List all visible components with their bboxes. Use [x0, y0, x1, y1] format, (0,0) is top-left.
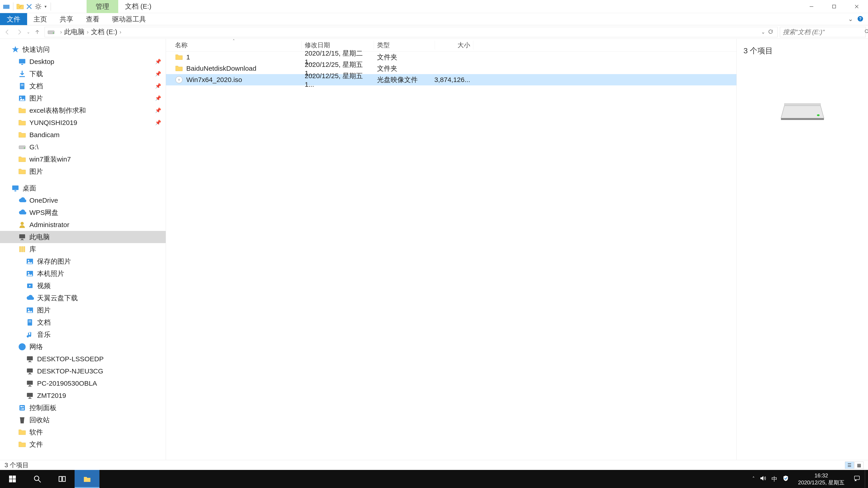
tree-item-network-pc[interactable]: PC-20190530OBLA	[0, 377, 166, 390]
chevron-right-icon[interactable]: ›	[60, 29, 62, 35]
tree-quick-access[interactable]: 快速访问	[0, 43, 166, 56]
tree-item-tianyi-cloud[interactable]: 天翼云盘下载	[0, 292, 166, 304]
tree-item-onedrive[interactable]: OneDrive	[0, 194, 166, 206]
address-bar[interactable]: › 此电脑 › 文档 (E:) › ⌄	[44, 27, 778, 37]
task-view-button[interactable]	[50, 470, 74, 488]
breadcrumb-drive-e[interactable]: 文档 (E:)	[91, 27, 117, 37]
tree-item-recycle-bin[interactable]: 回收站	[0, 414, 166, 426]
tree-desktop-root[interactable]: 桌面	[0, 182, 166, 194]
qat-close-icon[interactable]	[25, 2, 33, 11]
tree-label: Desktop	[29, 58, 54, 66]
navigation-tree[interactable]: 快速访问 Desktop📌 下载📌 文档📌 图片📌 excel表格制作求和📌 Y…	[0, 39, 166, 460]
breadcrumb-this-pc[interactable]: 此电脑	[64, 27, 85, 37]
file-row[interactable]: BaiduNetdiskDownload 2020/12/25, 星期五 1..…	[166, 63, 737, 74]
tree-item-pictures[interactable]: 图片📌	[0, 92, 166, 104]
ribbon-tab-drive-tools[interactable]: 驱动器工具	[106, 13, 152, 25]
tree-item-this-pc[interactable]: 此电脑	[0, 231, 166, 243]
tree-item-pictures-2[interactable]: 图片	[0, 165, 166, 177]
ribbon-tab-view[interactable]: 查看	[80, 13, 106, 25]
show-desktop-button[interactable]	[865, 470, 868, 488]
taskbar-search-button[interactable]	[25, 470, 50, 488]
tree-item-desktop[interactable]: Desktop📌	[0, 56, 166, 68]
tree-item-bandicam[interactable]: Bandicam	[0, 129, 166, 141]
tree-item-network-pc[interactable]: DESKTOP-LSSOEDP	[0, 353, 166, 365]
nav-up-button[interactable]	[32, 27, 42, 37]
svg-rect-42	[855, 476, 860, 480]
tree-item-network[interactable]: 网络	[0, 341, 166, 353]
close-button[interactable]	[845, 0, 868, 13]
maximize-button[interactable]	[823, 0, 845, 13]
nav-history-dropdown-icon[interactable]: ⌄	[27, 30, 30, 35]
tree-item-downloads[interactable]: 下载📌	[0, 68, 166, 80]
action-center-icon[interactable]	[854, 475, 860, 483]
search-input[interactable]	[783, 29, 864, 36]
tree-item-win7-reinstall[interactable]: win7重装win7	[0, 153, 166, 165]
qat-folder-check-icon[interactable]	[16, 2, 24, 11]
clock-time: 16:32	[798, 472, 844, 479]
tree-item-saved-pictures[interactable]: 保存的图片	[0, 255, 166, 267]
ribbon-tab-share[interactable]: 共享	[53, 13, 80, 25]
start-button[interactable]	[0, 470, 25, 488]
taskbar-file-explorer[interactable]	[74, 470, 99, 488]
search-icon[interactable]	[864, 29, 868, 35]
search-box[interactable]	[780, 27, 866, 37]
ime-indicator[interactable]: 中	[772, 475, 777, 483]
tree-item-documents-lib[interactable]: 文档	[0, 316, 166, 328]
tree-label: 视频	[37, 281, 51, 291]
tree-item-local-photos[interactable]: 本机照片	[0, 267, 166, 280]
refresh-icon[interactable]	[768, 28, 773, 36]
cpanel-icon	[18, 404, 26, 412]
tree-item-network-pc[interactable]: DESKTOP-NJEU3CG	[0, 365, 166, 377]
tree-item-software[interactable]: 软件	[0, 426, 166, 438]
view-details-button[interactable]: ☰	[845, 462, 854, 469]
tree-item-documents[interactable]: 文档📌	[0, 80, 166, 92]
minimize-button[interactable]	[800, 0, 823, 13]
tree-label: 库	[29, 245, 36, 254]
ribbon: 文件 主页 共享 查看 驱动器工具 ⌄ ?	[0, 13, 868, 25]
disc-icon	[175, 76, 183, 84]
chevron-right-icon[interactable]: ›	[87, 29, 89, 35]
tree-item-network-pc[interactable]: ZMT2019	[0, 390, 166, 402]
tree-item-files[interactable]: 文件	[0, 438, 166, 451]
qat-dropdown-icon[interactable]: ▾	[43, 4, 48, 9]
tree-item-excel-folder[interactable]: excel表格制作求和📌	[0, 104, 166, 117]
file-row[interactable]: Win7x64_2020.iso 2020/12/25, 星期五 1... 光盘…	[166, 74, 737, 86]
help-icon[interactable]: ?	[857, 15, 864, 23]
chevron-right-icon[interactable]: ›	[120, 29, 121, 35]
tree-item-control-panel[interactable]: 控制面板	[0, 402, 166, 414]
tree-item-wps-cloud[interactable]: WPS网盘	[0, 206, 166, 219]
tree-label: 文档	[29, 82, 43, 91]
clock-date: 2020/12/25, 星期五	[798, 479, 844, 486]
qat-settings-icon[interactable]	[34, 2, 42, 11]
view-icons-button[interactable]: ▦	[855, 462, 864, 469]
tree-item-pictures-lib[interactable]: 图片	[0, 304, 166, 316]
taskbar-clock[interactable]: 16:32 2020/12/25, 星期五	[794, 472, 848, 486]
tree-item-administrator[interactable]: Administrator	[0, 219, 166, 231]
tree-item-yunqishi[interactable]: YUNQISHI2019📌	[0, 117, 166, 129]
tree-item-drive-g[interactable]: G:\	[0, 141, 166, 153]
nav-back-button[interactable]	[2, 27, 12, 37]
column-header-date[interactable]: 修改日期	[302, 39, 374, 51]
drive-icon	[18, 143, 26, 151]
tree-label: 保存的图片	[37, 257, 71, 266]
tray-overflow-icon[interactable]: ˄	[752, 476, 755, 482]
file-row[interactable]: 1 2020/12/15, 星期二 1... 文件夹	[166, 52, 737, 63]
ribbon-context-tab[interactable]: 管理	[87, 0, 118, 13]
address-dropdown-icon[interactable]: ⌄	[761, 29, 765, 35]
pin-icon: 📌	[155, 71, 161, 77]
column-header-size[interactable]: 大小	[435, 39, 473, 51]
security-icon[interactable]	[782, 475, 789, 483]
nav-forward-button[interactable]	[14, 27, 24, 37]
folder-icon	[18, 106, 26, 115]
column-header-name[interactable]: ˄ 名称	[166, 39, 302, 51]
ribbon-tab-file[interactable]: 文件	[0, 13, 27, 25]
volume-icon[interactable]	[760, 475, 767, 483]
tree-item-libraries[interactable]: 库	[0, 243, 166, 255]
ribbon-tab-home[interactable]: 主页	[27, 13, 53, 25]
ribbon-expand-icon[interactable]: ⌄	[848, 15, 853, 23]
network-icon	[18, 343, 26, 351]
tree-label: 天翼云盘下载	[37, 293, 78, 303]
tree-item-videos[interactable]: 视频	[0, 280, 166, 292]
tree-item-music[interactable]: 音乐	[0, 328, 166, 341]
column-header-type[interactable]: 类型	[374, 39, 435, 51]
